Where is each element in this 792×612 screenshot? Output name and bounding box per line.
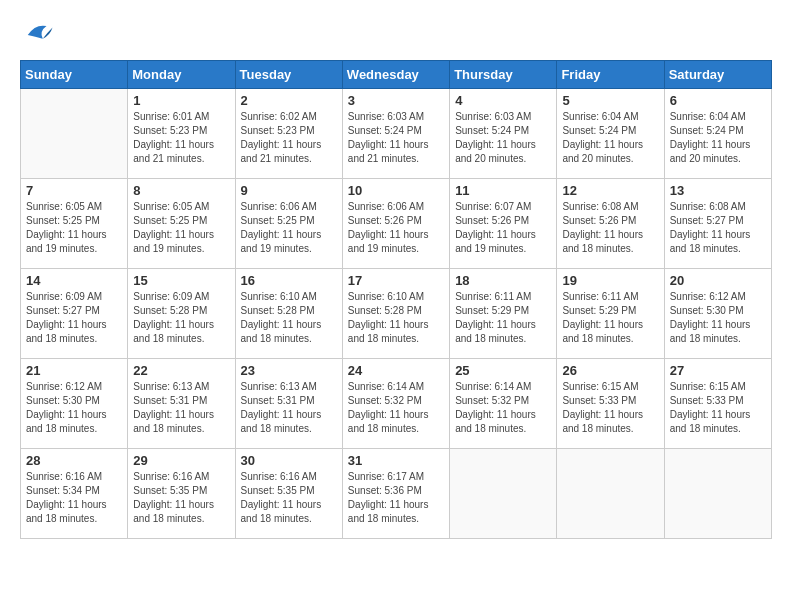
- calendar-cell: 1Sunrise: 6:01 AMSunset: 5:23 PMDaylight…: [128, 89, 235, 179]
- calendar-cell: 24Sunrise: 6:14 AMSunset: 5:32 PMDayligh…: [342, 359, 449, 449]
- day-number: 7: [26, 183, 122, 198]
- day-number: 10: [348, 183, 444, 198]
- day-number: 17: [348, 273, 444, 288]
- calendar-week-row: 1Sunrise: 6:01 AMSunset: 5:23 PMDaylight…: [21, 89, 772, 179]
- day-info: Sunrise: 6:10 AMSunset: 5:28 PMDaylight:…: [348, 290, 444, 346]
- day-info: Sunrise: 6:11 AMSunset: 5:29 PMDaylight:…: [455, 290, 551, 346]
- day-number: 9: [241, 183, 337, 198]
- day-number: 20: [670, 273, 766, 288]
- day-number: 29: [133, 453, 229, 468]
- day-number: 25: [455, 363, 551, 378]
- day-info: Sunrise: 6:13 AMSunset: 5:31 PMDaylight:…: [133, 380, 229, 436]
- calendar-cell: 16Sunrise: 6:10 AMSunset: 5:28 PMDayligh…: [235, 269, 342, 359]
- day-info: Sunrise: 6:12 AMSunset: 5:30 PMDaylight:…: [670, 290, 766, 346]
- day-info: Sunrise: 6:02 AMSunset: 5:23 PMDaylight:…: [241, 110, 337, 166]
- day-number: 23: [241, 363, 337, 378]
- calendar-cell: 2Sunrise: 6:02 AMSunset: 5:23 PMDaylight…: [235, 89, 342, 179]
- weekday-header-wednesday: Wednesday: [342, 61, 449, 89]
- calendar-cell: 13Sunrise: 6:08 AMSunset: 5:27 PMDayligh…: [664, 179, 771, 269]
- day-info: Sunrise: 6:17 AMSunset: 5:36 PMDaylight:…: [348, 470, 444, 526]
- day-info: Sunrise: 6:09 AMSunset: 5:27 PMDaylight:…: [26, 290, 122, 346]
- weekday-header-tuesday: Tuesday: [235, 61, 342, 89]
- calendar-cell: 18Sunrise: 6:11 AMSunset: 5:29 PMDayligh…: [450, 269, 557, 359]
- calendar-cell: 29Sunrise: 6:16 AMSunset: 5:35 PMDayligh…: [128, 449, 235, 539]
- calendar-cell: 31Sunrise: 6:17 AMSunset: 5:36 PMDayligh…: [342, 449, 449, 539]
- calendar-cell: 5Sunrise: 6:04 AMSunset: 5:24 PMDaylight…: [557, 89, 664, 179]
- calendar-cell: 27Sunrise: 6:15 AMSunset: 5:33 PMDayligh…: [664, 359, 771, 449]
- calendar-table: SundayMondayTuesdayWednesdayThursdayFrid…: [20, 60, 772, 539]
- day-number: 13: [670, 183, 766, 198]
- weekday-header-friday: Friday: [557, 61, 664, 89]
- calendar-cell: 17Sunrise: 6:10 AMSunset: 5:28 PMDayligh…: [342, 269, 449, 359]
- calendar-week-row: 21Sunrise: 6:12 AMSunset: 5:30 PMDayligh…: [21, 359, 772, 449]
- logo: [20, 20, 54, 50]
- day-info: Sunrise: 6:04 AMSunset: 5:24 PMDaylight:…: [670, 110, 766, 166]
- calendar-cell: 14Sunrise: 6:09 AMSunset: 5:27 PMDayligh…: [21, 269, 128, 359]
- day-number: 15: [133, 273, 229, 288]
- calendar-header: SundayMondayTuesdayWednesdayThursdayFrid…: [21, 61, 772, 89]
- day-info: Sunrise: 6:04 AMSunset: 5:24 PMDaylight:…: [562, 110, 658, 166]
- weekday-header-row: SundayMondayTuesdayWednesdayThursdayFrid…: [21, 61, 772, 89]
- calendar-cell: 19Sunrise: 6:11 AMSunset: 5:29 PMDayligh…: [557, 269, 664, 359]
- weekday-header-thursday: Thursday: [450, 61, 557, 89]
- day-number: 18: [455, 273, 551, 288]
- day-number: 24: [348, 363, 444, 378]
- day-info: Sunrise: 6:14 AMSunset: 5:32 PMDaylight:…: [455, 380, 551, 436]
- calendar-cell: 9Sunrise: 6:06 AMSunset: 5:25 PMDaylight…: [235, 179, 342, 269]
- day-number: 8: [133, 183, 229, 198]
- day-info: Sunrise: 6:05 AMSunset: 5:25 PMDaylight:…: [26, 200, 122, 256]
- calendar-cell: [21, 89, 128, 179]
- day-info: Sunrise: 6:11 AMSunset: 5:29 PMDaylight:…: [562, 290, 658, 346]
- day-info: Sunrise: 6:16 AMSunset: 5:35 PMDaylight:…: [133, 470, 229, 526]
- day-info: Sunrise: 6:10 AMSunset: 5:28 PMDaylight:…: [241, 290, 337, 346]
- calendar-cell: 20Sunrise: 6:12 AMSunset: 5:30 PMDayligh…: [664, 269, 771, 359]
- day-number: 11: [455, 183, 551, 198]
- day-info: Sunrise: 6:05 AMSunset: 5:25 PMDaylight:…: [133, 200, 229, 256]
- calendar-cell: 7Sunrise: 6:05 AMSunset: 5:25 PMDaylight…: [21, 179, 128, 269]
- calendar-body: 1Sunrise: 6:01 AMSunset: 5:23 PMDaylight…: [21, 89, 772, 539]
- day-info: Sunrise: 6:15 AMSunset: 5:33 PMDaylight:…: [562, 380, 658, 436]
- calendar-cell: 28Sunrise: 6:16 AMSunset: 5:34 PMDayligh…: [21, 449, 128, 539]
- calendar-cell: [557, 449, 664, 539]
- day-number: 21: [26, 363, 122, 378]
- calendar-cell: 11Sunrise: 6:07 AMSunset: 5:26 PMDayligh…: [450, 179, 557, 269]
- day-info: Sunrise: 6:08 AMSunset: 5:27 PMDaylight:…: [670, 200, 766, 256]
- calendar-cell: 10Sunrise: 6:06 AMSunset: 5:26 PMDayligh…: [342, 179, 449, 269]
- day-number: 14: [26, 273, 122, 288]
- day-number: 31: [348, 453, 444, 468]
- calendar-cell: 8Sunrise: 6:05 AMSunset: 5:25 PMDaylight…: [128, 179, 235, 269]
- day-info: Sunrise: 6:13 AMSunset: 5:31 PMDaylight:…: [241, 380, 337, 436]
- day-info: Sunrise: 6:01 AMSunset: 5:23 PMDaylight:…: [133, 110, 229, 166]
- weekday-header-sunday: Sunday: [21, 61, 128, 89]
- calendar-cell: 21Sunrise: 6:12 AMSunset: 5:30 PMDayligh…: [21, 359, 128, 449]
- day-number: 22: [133, 363, 229, 378]
- calendar-cell: [450, 449, 557, 539]
- day-info: Sunrise: 6:07 AMSunset: 5:26 PMDaylight:…: [455, 200, 551, 256]
- calendar-week-row: 14Sunrise: 6:09 AMSunset: 5:27 PMDayligh…: [21, 269, 772, 359]
- day-info: Sunrise: 6:06 AMSunset: 5:26 PMDaylight:…: [348, 200, 444, 256]
- weekday-header-monday: Monday: [128, 61, 235, 89]
- day-number: 26: [562, 363, 658, 378]
- day-info: Sunrise: 6:16 AMSunset: 5:34 PMDaylight:…: [26, 470, 122, 526]
- calendar-cell: 26Sunrise: 6:15 AMSunset: 5:33 PMDayligh…: [557, 359, 664, 449]
- day-number: 30: [241, 453, 337, 468]
- day-number: 1: [133, 93, 229, 108]
- day-number: 16: [241, 273, 337, 288]
- logo-bird-icon: [24, 20, 54, 50]
- calendar-cell: 6Sunrise: 6:04 AMSunset: 5:24 PMDaylight…: [664, 89, 771, 179]
- day-info: Sunrise: 6:03 AMSunset: 5:24 PMDaylight:…: [348, 110, 444, 166]
- day-number: 12: [562, 183, 658, 198]
- calendar-cell: 23Sunrise: 6:13 AMSunset: 5:31 PMDayligh…: [235, 359, 342, 449]
- calendar-cell: 12Sunrise: 6:08 AMSunset: 5:26 PMDayligh…: [557, 179, 664, 269]
- calendar-cell: 15Sunrise: 6:09 AMSunset: 5:28 PMDayligh…: [128, 269, 235, 359]
- day-number: 3: [348, 93, 444, 108]
- day-info: Sunrise: 6:16 AMSunset: 5:35 PMDaylight:…: [241, 470, 337, 526]
- calendar-week-row: 28Sunrise: 6:16 AMSunset: 5:34 PMDayligh…: [21, 449, 772, 539]
- calendar-cell: [664, 449, 771, 539]
- day-info: Sunrise: 6:08 AMSunset: 5:26 PMDaylight:…: [562, 200, 658, 256]
- calendar-cell: 4Sunrise: 6:03 AMSunset: 5:24 PMDaylight…: [450, 89, 557, 179]
- calendar-cell: 3Sunrise: 6:03 AMSunset: 5:24 PMDaylight…: [342, 89, 449, 179]
- calendar-cell: 22Sunrise: 6:13 AMSunset: 5:31 PMDayligh…: [128, 359, 235, 449]
- day-number: 4: [455, 93, 551, 108]
- day-info: Sunrise: 6:14 AMSunset: 5:32 PMDaylight:…: [348, 380, 444, 436]
